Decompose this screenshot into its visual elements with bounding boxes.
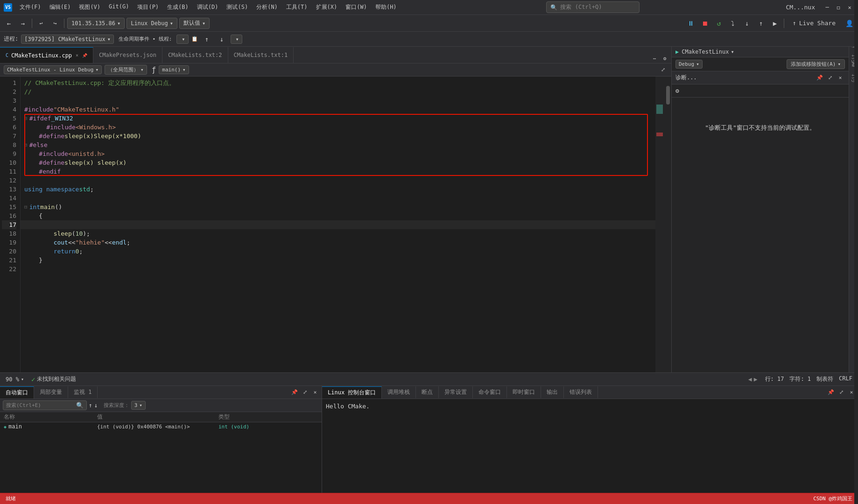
menu-window[interactable]: 窗口(W) <box>342 1 371 13</box>
forward-button[interactable]: → <box>17 17 29 29</box>
expand-button[interactable]: ⤢ <box>658 65 668 75</box>
tab-label: CMakeTestLinux.cpp <box>11 52 72 59</box>
search-icon: 🔍 <box>550 4 557 11</box>
tab-auto-window[interactable]: 自动窗口 <box>0 386 34 399</box>
tab-error-list[interactable]: 错误列表 <box>564 386 598 398</box>
function-dropdown[interactable]: main() ▾ <box>159 65 189 74</box>
code-area[interactable]: // CMakeTestLinux.cpp: 定义应用程序的入口点。 // #i… <box>21 77 655 372</box>
redo-button[interactable]: ↪ <box>49 17 61 29</box>
next-button[interactable]: ▶ <box>754 376 758 383</box>
expand-button[interactable]: ⤢ <box>825 73 835 83</box>
tab-immediate[interactable]: 即时窗口 <box>507 386 541 398</box>
linux-pin-button[interactable]: 📌 <box>826 388 836 397</box>
debug-config-dropdown[interactable]: Debug ▾ <box>675 60 703 69</box>
minimize-button[interactable]: ─ <box>823 3 832 12</box>
tab-call-stack[interactable]: 调用堆栈 <box>382 386 416 398</box>
restart-button[interactable]: ↺ <box>713 17 725 29</box>
lifecycle-button[interactable]: 生命周期事件 • 线程: <box>117 33 174 45</box>
pause-button[interactable]: ⏸ <box>685 17 697 29</box>
default-label: 默认值 <box>183 19 200 27</box>
close-button[interactable]: ✕ <box>845 3 854 12</box>
tab-watch-1[interactable]: 监视 1 <box>68 386 98 398</box>
tab-list-button[interactable]: ⋯ <box>650 54 659 63</box>
tab-output[interactable]: 输出 <box>541 386 564 398</box>
menu-git[interactable]: Git(G) <box>105 1 133 13</box>
stop-button[interactable]: ⏹ <box>699 17 711 29</box>
process-dropdown[interactable]: [3972925] CMakeTestLinux ▾ <box>21 35 114 44</box>
step-over-button[interactable]: ⤵ <box>727 17 739 29</box>
tab-cmake-cpp[interactable]: C CMakeTestLinux.cpp × 📌 <box>0 47 93 63</box>
tab-cmake-lists1[interactable]: CMakeLists.txt:1 <box>228 47 294 63</box>
tabs-actions: ⋯ ⚙ <box>648 54 671 63</box>
restore-button[interactable]: ◻ <box>834 3 843 12</box>
target-ip-dropdown[interactable]: 101.35.135.86 ▾ <box>67 18 125 29</box>
menu-debug[interactable]: 调试(D) <box>193 1 222 13</box>
scrollbar-thumb[interactable] <box>666 86 670 105</box>
live-share-button[interactable]: ↑ Live Share <box>787 18 841 28</box>
auto-pin-button[interactable]: 📌 <box>290 388 299 397</box>
run-to-cursor-button[interactable]: ▶ <box>769 17 781 29</box>
diagnostics-panel: ▶ CMakeTestLinux ▾ Debug ▾ <box>671 47 849 372</box>
profile-button[interactable]: 👤 <box>843 17 855 29</box>
tab-breakpoints[interactable]: 断点 <box>416 386 439 398</box>
default-dropdown[interactable]: 默认值 ▾ <box>179 18 210 29</box>
chevron-down-icon: ▾ <box>117 20 120 27</box>
menu-tools[interactable]: 工具(T) <box>282 1 311 13</box>
tab-exceptions[interactable]: 异常设置 <box>439 386 473 398</box>
prev-button[interactable]: ◀ <box>748 376 752 383</box>
search-box[interactable]: 🔍 搜索 (Ctrl+Q) <box>546 1 640 13</box>
tab-label: CMakePresets.json <box>99 52 156 58</box>
close-all-tabs-button[interactable]: ⚙ <box>660 54 669 63</box>
close-panel-button[interactable]: ✕ <box>836 73 845 83</box>
menu-file[interactable]: 文件(F) <box>16 1 45 13</box>
tab-command-window[interactable]: 命令窗口 <box>473 386 507 398</box>
linux-panel-actions: 📌 ⤢ ✕ <box>824 388 858 397</box>
tab-local-vars[interactable]: 局部变量 <box>34 386 68 398</box>
cursor-status: 行: 17 字符: 1 制表符 CRLF <box>765 375 853 383</box>
line-label: 行: 17 <box>765 375 784 383</box>
step-out-button[interactable]: ↑ <box>755 17 767 29</box>
config-dropdown[interactable]: Linux Debug ▾ <box>127 18 177 29</box>
menu-view[interactable]: 视图(V) <box>75 1 104 13</box>
auto-search-field[interactable]: 搜索(Ctrl+E) 🔍 <box>3 400 87 410</box>
menu-test[interactable]: 测试(S) <box>223 1 252 13</box>
menu-extensions[interactable]: 扩展(X) <box>312 1 341 13</box>
cmake-config-dropdown[interactable]: CMakeTestLinux - Linux Debug ▾ <box>4 65 102 74</box>
back-button[interactable]: ← <box>3 17 15 29</box>
chevron-down-icon: ▾ <box>236 36 239 42</box>
pin-button[interactable]: 📌 <box>815 73 824 83</box>
tab-cmake-presets[interactable]: CMakePresets.json <box>93 47 162 63</box>
depth-dropdown[interactable]: 3 ▾ <box>131 401 146 410</box>
tab-close-cmake-cpp[interactable]: × <box>75 52 79 59</box>
linux-expand-button[interactable]: ⤢ <box>837 388 846 397</box>
editor-sub-toolbar: CMakeTestLinux - Linux Debug ▾ （全局范围） ▾ … <box>0 63 671 77</box>
editor-panel: C CMakeTestLinux.cpp × 📌 CMakePresets.js… <box>0 47 671 372</box>
editor-scrollbar[interactable] <box>665 77 671 372</box>
menu-analyze[interactable]: 分析(N) <box>253 1 281 13</box>
menu-help[interactable]: 帮助(H) <box>372 1 401 13</box>
undo-button[interactable]: ↩ <box>35 17 47 29</box>
step-into-button[interactable]: ↓ <box>741 17 753 29</box>
cmake-project-header: ▶ CMakeTestLinux ▾ <box>672 47 849 57</box>
settings-gear-icon[interactable]: ⚙ <box>675 87 679 94</box>
scope-dropdown[interactable]: （全局范围） ▾ <box>105 65 147 75</box>
zoom-control[interactable]: 90 % ▾ <box>6 376 24 383</box>
tab-linux-console[interactable]: Linux 控制台窗口 <box>322 386 382 399</box>
stack-dropdown[interactable]: ▾ <box>231 35 242 44</box>
tab-cmake-lists2[interactable]: CMakeLists.txt:2 <box>162 47 228 63</box>
arrow-down-button[interactable]: ↓ <box>94 402 98 409</box>
menu-build[interactable]: 生成(B) <box>163 1 192 13</box>
minimap-indicator-green <box>656 105 663 114</box>
auto-expand-button[interactable]: ⤢ <box>300 388 309 397</box>
menu-project[interactable]: 项目(P) <box>134 1 162 13</box>
add-remove-button[interactable]: 添加或移除按钮(A) ▾ <box>787 59 845 69</box>
stack-up-button[interactable]: ↑ <box>201 33 213 45</box>
menu-edit[interactable]: 编辑(E) <box>46 1 75 13</box>
thread-dropdown[interactable]: ▾ <box>176 35 188 44</box>
arrow-up-button[interactable]: ↑ <box>89 402 92 409</box>
code-line-20: return 0; <box>24 247 652 256</box>
auto-close-button[interactable]: ✕ <box>310 388 320 397</box>
auto-panel-scrollbar[interactable] <box>854 47 858 493</box>
stack-down-button[interactable]: ↓ <box>216 33 228 45</box>
tab-icon: C <box>6 53 8 58</box>
